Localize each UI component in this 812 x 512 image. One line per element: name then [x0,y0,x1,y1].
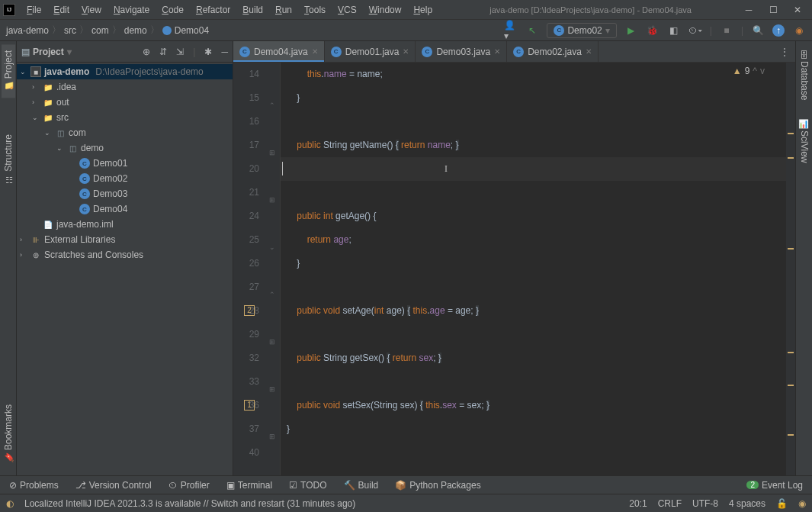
close-button[interactable]: ✕ [792,5,803,15]
code-line[interactable]: } [281,252,795,275]
database-tool-button[interactable]: 🗄 Database [798,44,811,106]
run-config-selector[interactable]: C Demo02 ▾ [547,23,616,38]
terminal-tab[interactable]: ▣ Terminal [226,480,272,491]
maximize-button[interactable]: ☐ [768,5,778,15]
code-line[interactable]: public void setSex(String sex) { this.se… [281,394,795,417]
code-line[interactable] [281,157,795,181]
fold-expand-icon[interactable]: ⊞ [268,330,276,338]
indent-info[interactable]: 4 spaces [729,498,765,509]
editor-tab[interactable]: CDemo03.java✕ [416,41,507,62]
menu-view[interactable]: View [76,2,107,18]
structure-tool-button[interactable]: ☷ Structure [2,128,15,191]
menu-run[interactable]: Run [270,2,297,18]
menu-tools[interactable]: Tools [299,2,331,18]
code-area[interactable]: ▲ 9 ^ v this.name = name; } public Strin… [281,63,795,475]
minimize-button[interactable]: ─ [743,5,754,15]
encoding[interactable]: UTF-8 [692,498,718,509]
menu-refactor[interactable]: Refactor [191,2,236,18]
line-number[interactable]: 27 [233,275,259,299]
code-line[interactable]: } [281,86,795,110]
tree-arrow[interactable]: › [20,251,27,259]
tree-row[interactable]: 📄java-demo.iml [17,217,233,232]
line-number[interactable]: 14 [233,63,259,86]
add-user-icon[interactable]: 👤▾ [504,24,518,37]
breadcrumb-item[interactable]: Demo04 [162,25,209,36]
tree-row[interactable]: CDemo03 [17,186,233,201]
menu-file[interactable]: File [21,2,47,18]
run-button[interactable]: ▶ [624,24,638,37]
close-tab-icon[interactable]: ✕ [312,47,318,56]
close-tab-icon[interactable]: ✕ [586,47,592,56]
line-number[interactable]: 17 [233,134,259,157]
search-button[interactable]: 🔍 [751,24,765,37]
code-line[interactable] [281,323,795,346]
menu-navigate[interactable]: Navigate [108,2,155,18]
settings-icon[interactable]: ✱ [204,47,212,57]
sciview-tool-button[interactable]: 📊 SciView [798,112,811,169]
code-line[interactable]: } [281,417,795,441]
breadcrumb-item[interactable]: java-demo [6,25,49,36]
collapse-all-icon[interactable]: ⇲ [176,47,184,57]
tree-row[interactable]: ›📁.idea [17,79,233,95]
fold-end-icon[interactable]: ⌃ [268,283,276,291]
line-separator[interactable]: CRLF [658,498,682,509]
project-tool-button[interactable]: 📁 Project [2,44,15,98]
fold-expand-icon[interactable]: ⊞ [268,378,276,385]
line-number[interactable]: 40 [233,441,259,465]
tree-arrow[interactable]: ⌄ [56,144,64,152]
tree-arrow[interactable]: › [20,236,27,243]
profile-button[interactable]: ⏲▾ [688,24,702,37]
code-line[interactable]: public String getName() { return name; } [281,134,795,157]
more-tabs-button[interactable]: ⋮ [774,41,795,62]
usage-badge[interactable]: 1 [244,400,255,411]
tree-arrow[interactable]: ⌄ [20,68,27,76]
debug-button[interactable]: 🐞 [646,24,660,37]
build-tab[interactable]: 🔨 Build [344,480,379,491]
code-line[interactable]: return age; [281,228,795,252]
tree-row[interactable]: ⌄■java-demoD:\IdeaProjects\java-demo [17,64,233,79]
project-tree[interactable]: ⌄■java-demoD:\IdeaProjects\java-demo›📁.i… [17,63,233,475]
undo-icon[interactable]: ↖ [525,24,539,37]
menu-vcs[interactable]: VCS [332,2,362,18]
code-line[interactable] [281,275,795,299]
line-number[interactable]: 25 [233,228,259,252]
coverage-button[interactable]: ◧ [667,24,681,37]
breadcrumb-item[interactable]: demo [124,25,147,36]
todo-tab[interactable]: ☑ TODO [289,480,326,491]
line-number[interactable]: 32 [233,346,259,370]
fold-expand-icon[interactable]: ⊞ [268,425,276,433]
code-line[interactable] [281,110,795,134]
tree-row[interactable]: ⌄◫demo [17,140,233,156]
line-number[interactable]: 16 [233,110,259,134]
readonly-toggle-icon[interactable]: 🔓 [776,498,788,509]
line-number[interactable]: 33 [233,370,259,394]
python-packages-tab[interactable]: 📦 Python Packages [395,480,480,491]
tree-row[interactable]: CDemo04 [17,201,233,217]
fold-start-icon[interactable]: ⌄ [268,236,276,243]
fold-expand-icon[interactable]: ⊞ [268,188,276,196]
menu-help[interactable]: Help [408,2,438,18]
marker-bar[interactable] [786,63,795,475]
editor-tab[interactable]: CDemo02.java✕ [507,41,599,62]
fold-expand-icon[interactable]: ⊞ [268,141,276,149]
profiler-tab[interactable]: ⏲ Profiler [168,480,210,491]
select-opened-icon[interactable]: ⊕ [143,47,150,57]
close-tab-icon[interactable]: ✕ [403,47,409,56]
stop-button[interactable]: ■ [720,24,733,37]
expand-all-icon[interactable]: ⇵ [159,47,167,57]
code-line[interactable]: public int getAge() { [281,204,795,228]
code-line[interactable]: this.name = name; [281,63,795,86]
code-line[interactable]: public void setAge(int age) { this.age =… [281,299,795,323]
tree-row[interactable]: CDemo01 [17,156,233,171]
tree-row[interactable]: CDemo02 [17,171,233,186]
tree-row[interactable]: ⌄◫com [17,125,233,140]
fold-end-icon[interactable]: ⌃ [268,94,276,101]
project-view-selector[interactable]: ▤ Project ▾ [21,47,72,57]
menu-edit[interactable]: Edit [48,2,75,18]
bookmarks-tool-button[interactable]: 🔖 Bookmarks [2,398,15,469]
inspection-badge[interactable]: ▲ 9 ^ v [733,66,765,76]
ide-features-icon[interactable]: ◉ [792,24,806,37]
usage-badge[interactable]: 2 [244,305,255,316]
editor-body[interactable]: 1415161720212425262728293233363740 ⌃⊞⊞⌄⌃… [233,63,795,475]
tree-row[interactable]: ›⊚Scratches and Consoles [17,247,233,262]
